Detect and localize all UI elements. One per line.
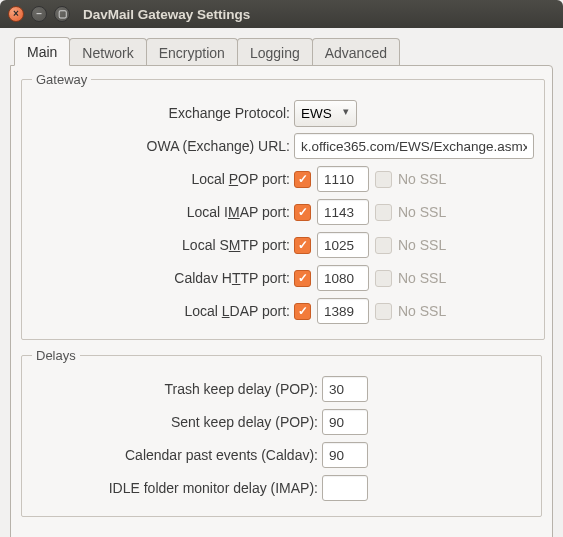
delays-group: Delays Trash keep delay (POP): Sent keep… <box>21 348 542 517</box>
tab-bar: Main Network Encryption Logging Advanced <box>10 36 553 65</box>
pop-port-input[interactable] <box>317 166 369 192</box>
title-bar: × – ▢ DavMail Gateway Settings <box>0 0 563 28</box>
gateway-legend: Gateway <box>32 72 91 87</box>
ldap-port-input[interactable] <box>317 298 369 324</box>
caldav-port-input[interactable] <box>317 265 369 291</box>
delays-legend: Delays <box>32 348 80 363</box>
imap-port-input[interactable] <box>317 199 369 225</box>
sent-delay-label: Sent keep delay (POP): <box>32 414 322 430</box>
caldav-nossl-label: No SSL <box>398 270 446 286</box>
pop-nossl-label: No SSL <box>398 171 446 187</box>
tab-encryption[interactable]: Encryption <box>146 38 238 66</box>
exchange-protocol-label: Exchange Protocol: <box>32 105 294 121</box>
ldap-enable-checkbox[interactable] <box>294 303 311 320</box>
pop-port-label: Local POP port: <box>32 171 294 187</box>
tab-network[interactable]: Network <box>69 38 146 66</box>
imap-port-label: Local IMAP port: <box>32 204 294 220</box>
idle-delay-label: IDLE folder monitor delay (IMAP): <box>32 480 322 496</box>
minimize-icon[interactable]: – <box>31 6 47 22</box>
smtp-nossl-checkbox[interactable] <box>375 237 392 254</box>
imap-nossl-label: No SSL <box>398 204 446 220</box>
window-title: DavMail Gateway Settings <box>83 7 250 22</box>
owa-url-label: OWA (Exchange) URL: <box>32 138 294 154</box>
ldap-nossl-label: No SSL <box>398 303 446 319</box>
imap-nossl-checkbox[interactable] <box>375 204 392 221</box>
tab-main[interactable]: Main <box>14 37 70 66</box>
smtp-port-input[interactable] <box>317 232 369 258</box>
trash-delay-label: Trash keep delay (POP): <box>32 381 322 397</box>
imap-enable-checkbox[interactable] <box>294 204 311 221</box>
idle-delay-input[interactable] <box>322 475 368 501</box>
pop-nossl-checkbox[interactable] <box>375 171 392 188</box>
caldav-port-label: Caldav HTTP port: <box>32 270 294 286</box>
sent-delay-input[interactable] <box>322 409 368 435</box>
maximize-icon[interactable]: ▢ <box>54 6 70 22</box>
trash-delay-input[interactable] <box>322 376 368 402</box>
smtp-port-label: Local SMTP port: <box>32 237 294 253</box>
tab-logging[interactable]: Logging <box>237 38 313 66</box>
smtp-nossl-label: No SSL <box>398 237 446 253</box>
caldav-nossl-checkbox[interactable] <box>375 270 392 287</box>
caldav-enable-checkbox[interactable] <box>294 270 311 287</box>
pop-enable-checkbox[interactable] <box>294 171 311 188</box>
ldap-port-label: Local LDAP port: <box>32 303 294 319</box>
gateway-group: Gateway Exchange Protocol: EWS OWA (Exch… <box>21 72 545 340</box>
tab-advanced[interactable]: Advanced <box>312 38 400 66</box>
calendar-past-input[interactable] <box>322 442 368 468</box>
calendar-past-label: Calendar past events (Caldav): <box>32 447 322 463</box>
main-panel: Gateway Exchange Protocol: EWS OWA (Exch… <box>10 65 553 537</box>
smtp-enable-checkbox[interactable] <box>294 237 311 254</box>
owa-url-input[interactable] <box>294 133 534 159</box>
ldap-nossl-checkbox[interactable] <box>375 303 392 320</box>
exchange-protocol-select[interactable]: EWS <box>294 100 357 127</box>
close-icon[interactable]: × <box>8 6 24 22</box>
